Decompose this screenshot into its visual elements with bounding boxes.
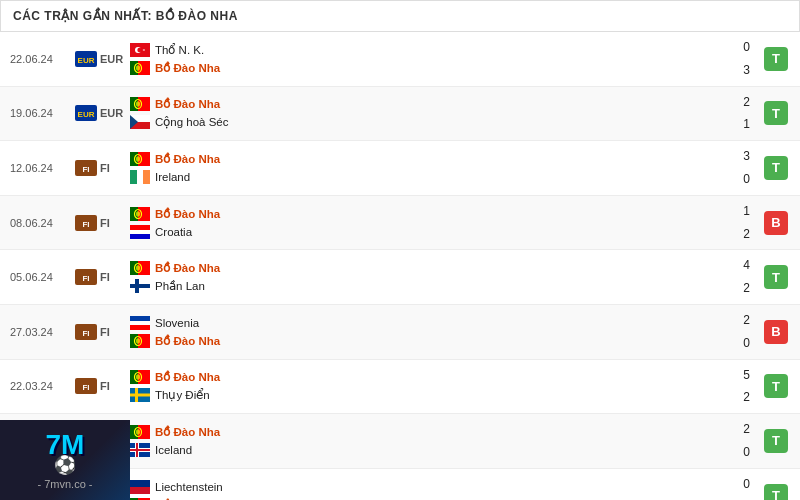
match-scores: 02 <box>735 473 760 500</box>
svg-point-9 <box>136 65 140 71</box>
svg-text:FI: FI <box>82 274 89 283</box>
match-teams: Bồ Đào Nha Iceland <box>130 423 735 459</box>
team-entry: Thổ N. K. <box>130 41 735 59</box>
match-date: 05.06.24 <box>0 271 75 283</box>
team-entry: Phần Lan <box>130 277 735 295</box>
match-competition: FIFI <box>75 269 130 285</box>
team-name: Bồ Đào Nha <box>155 207 220 221</box>
score-value: 2 <box>743 386 750 409</box>
match-scores: 42 <box>735 254 760 300</box>
match-badge[interactable]: T <box>760 484 800 500</box>
team-entry: Liechtenstein <box>130 478 735 496</box>
match-badge[interactable]: B <box>760 211 800 235</box>
svg-rect-74 <box>136 443 138 457</box>
score-value: 0 <box>743 473 750 496</box>
match-teams: Liechtenstein Bồ Đào Nha <box>130 478 735 500</box>
match-date: 27.03.24 <box>0 326 75 338</box>
match-competition: FIFI <box>75 378 130 394</box>
match-badge[interactable]: T <box>760 374 800 398</box>
svg-rect-77 <box>130 480 150 487</box>
match-badge[interactable]: T <box>760 47 800 71</box>
match-badge[interactable]: T <box>760 101 800 125</box>
match-teams: Slovenia Bồ Đào Nha <box>130 314 735 350</box>
team-flag <box>130 152 150 166</box>
team-flag <box>130 316 150 330</box>
team-name: Bồ Đào Nha <box>155 334 220 348</box>
match-teams: Bồ Đào Nha Phần Lan <box>130 259 735 295</box>
team-flag <box>130 334 150 348</box>
badge-T[interactable]: T <box>764 429 788 453</box>
team-name: Cộng hoà Séc <box>155 115 229 129</box>
svg-rect-50 <box>130 325 150 330</box>
team-flag <box>130 170 150 184</box>
match-date: 22.03.24 <box>0 380 75 392</box>
svg-rect-63 <box>135 388 138 402</box>
team-name: Liechtenstein <box>155 481 223 493</box>
match-date: 22.06.24 <box>0 53 75 65</box>
team-name: Slovenia <box>155 317 199 329</box>
match-date: 08.06.24 <box>0 217 75 229</box>
match-competition: EUREUR <box>75 51 130 67</box>
score-value: 2 <box>743 277 750 300</box>
badge-T[interactable]: T <box>764 47 788 71</box>
svg-rect-62 <box>130 394 150 397</box>
score-value: 2 <box>743 223 750 246</box>
svg-rect-49 <box>130 321 150 325</box>
match-row: 19.06.24EUREUR Bồ Đào Nha Cộng hoà Séc 2… <box>0 87 800 142</box>
badge-T[interactable]: T <box>764 265 788 289</box>
logo-watermark: 7M ⚽ - 7mvn.co - <box>0 420 130 500</box>
svg-rect-26 <box>137 170 143 184</box>
match-competition: EUREUR <box>75 105 130 121</box>
svg-text:EUR: EUR <box>78 110 95 119</box>
svg-text:FI: FI <box>82 220 89 229</box>
team-name: Croatia <box>155 226 192 238</box>
team-name: Bồ Đào Nha <box>155 370 220 384</box>
badge-T[interactable]: T <box>764 484 788 500</box>
team-entry: Thụy Điển <box>130 386 735 404</box>
score-value: 5 <box>743 364 750 387</box>
badge-B[interactable]: B <box>764 320 788 344</box>
match-competition: FIFI <box>75 215 130 231</box>
match-scores: 20 <box>735 418 760 464</box>
team-entry: Slovenia <box>130 314 735 332</box>
badge-T[interactable]: T <box>764 374 788 398</box>
match-badge[interactable]: T <box>760 265 800 289</box>
team-entry: Ireland <box>130 168 735 186</box>
match-scores: 30 <box>735 145 760 191</box>
team-entry: Iceland <box>130 441 735 459</box>
page-header: CÁC TRẬN GẦN NHẤT: BỒ ĐÀO NHA <box>0 0 800 32</box>
team-flag <box>130 43 150 57</box>
score-value: 2 <box>743 91 750 114</box>
badge-B[interactable]: B <box>764 211 788 235</box>
svg-point-24 <box>136 156 140 162</box>
team-name: Bồ Đào Nha <box>155 152 220 166</box>
svg-rect-48 <box>130 316 150 321</box>
match-badge[interactable]: B <box>760 320 800 344</box>
match-badge[interactable]: T <box>760 429 800 453</box>
svg-rect-36 <box>130 234 150 239</box>
badge-T[interactable]: T <box>764 156 788 180</box>
logo-url: - 7mvn.co - <box>37 478 92 490</box>
score-value: 0 <box>743 36 750 59</box>
match-date: 12.06.24 <box>0 162 75 174</box>
team-flag <box>130 61 150 75</box>
team-flag <box>130 225 150 239</box>
team-name: Iceland <box>155 444 192 456</box>
team-entry: Bồ Đào Nha <box>130 368 735 386</box>
match-competition: FIFI <box>75 324 130 340</box>
score-value: 2 <box>743 496 750 500</box>
score-value: 1 <box>743 200 750 223</box>
match-teams: Thổ N. K. Bồ Đào Nha <box>130 41 735 77</box>
team-flag <box>130 370 150 384</box>
match-row: 27.03.24FIFI Slovenia Bồ Đào Nha 20B <box>0 305 800 360</box>
team-name: Bồ Đào Nha <box>155 425 220 439</box>
svg-point-42 <box>136 265 140 271</box>
match-teams: Bồ Đào Nha Ireland <box>130 150 735 186</box>
team-entry: Cộng hoà Séc <box>130 113 735 131</box>
team-flag <box>130 388 150 402</box>
match-row: 12.06.24FIFI Bồ Đào Nha Ireland 30T <box>0 141 800 196</box>
badge-T[interactable]: T <box>764 101 788 125</box>
svg-rect-45 <box>135 279 139 293</box>
match-badge[interactable]: T <box>760 156 800 180</box>
match-scores: 20 <box>735 309 760 355</box>
